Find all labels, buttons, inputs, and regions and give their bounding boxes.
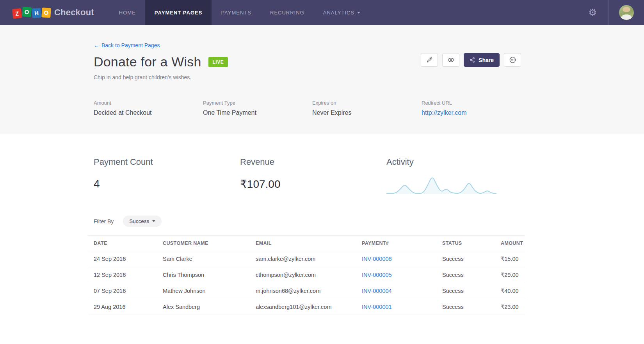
gear-icon[interactable]: ⚙ xyxy=(576,7,608,18)
table-row: 12 Sep 2016 Chris Thompson cthompson@zyl… xyxy=(88,267,525,283)
stat-heading: Activity xyxy=(386,157,533,167)
nav-item-payment-pages[interactable]: PAYMENT PAGES xyxy=(145,0,212,25)
redirect-url-link[interactable]: http://zylker.com xyxy=(422,109,531,116)
logo-tile: O xyxy=(41,7,51,18)
share-label: Share xyxy=(479,57,494,63)
cell-email: alexsandberg101@zylker.com xyxy=(250,299,356,315)
cell-status: Success xyxy=(436,299,495,315)
top-nav: Z O H O Checkout HOME PAYMENT PAGES PAYM… xyxy=(0,0,644,25)
stats-section: Payment Count 4 Revenue ₹107.00 Activity xyxy=(0,134,644,195)
detail-value: Never Expires xyxy=(312,109,422,116)
stat-heading: Revenue xyxy=(240,157,386,167)
status-badge: LIVE xyxy=(208,57,228,67)
page-actions: Share xyxy=(421,53,521,67)
col-header-payment: PAYMENT# xyxy=(356,236,436,251)
zoho-logo-icon: Z O H O xyxy=(12,8,51,18)
logo-tile: O xyxy=(22,7,32,17)
user-menu[interactable] xyxy=(609,5,644,20)
detail-label: Expires on xyxy=(312,100,422,106)
nav-item-analytics[interactable]: ANALYTICS xyxy=(314,0,370,25)
stat-payment-count: Payment Count 4 xyxy=(94,157,240,195)
nav-menu: HOME PAYMENT PAGES PAYMENTS RECURRING AN… xyxy=(110,0,370,25)
nav-item-home[interactable]: HOME xyxy=(110,0,145,25)
detail-label: Redirect URL xyxy=(422,100,531,106)
page-header-section: ← Back to Payment Pages Donate for a Wis… xyxy=(0,25,644,134)
back-arrow-icon: ← xyxy=(94,42,99,48)
pencil-icon xyxy=(426,57,433,63)
more-options-button[interactable] xyxy=(504,53,521,67)
stat-activity: Activity xyxy=(386,157,533,195)
cell-date: 07 Sep 2016 xyxy=(88,283,157,299)
page-details: Amount Decided at Checkout Payment Type … xyxy=(94,100,644,116)
chevron-down-icon xyxy=(152,220,155,222)
detail-label: Payment Type xyxy=(203,100,312,106)
table-row: 24 Sep 2016 Sam Clarke sam.clarke@zylker… xyxy=(88,251,525,267)
cell-status: Success xyxy=(436,251,495,267)
cell-customer-name: Sam Clarke xyxy=(157,251,250,267)
avatar[interactable] xyxy=(619,5,634,20)
preview-button[interactable] xyxy=(442,53,459,67)
cell-amount: ₹15.00 xyxy=(495,251,525,267)
table-header-row: DATE CUSTOMER NAME EMAIL PAYMENT# STATUS… xyxy=(88,236,525,251)
cell-amount: ₹23.00 xyxy=(495,299,525,315)
back-to-payment-pages-link[interactable]: ← Back to Payment Pages xyxy=(94,42,160,48)
filter-row: Filter By Success xyxy=(94,216,644,227)
cell-status: Success xyxy=(436,283,495,299)
detail-label: Amount xyxy=(94,100,203,106)
payment-number-link[interactable]: INV-000008 xyxy=(356,251,436,267)
cell-status: Success xyxy=(436,267,495,283)
payments-table: DATE CUSTOMER NAME EMAIL PAYMENT# STATUS… xyxy=(88,235,525,315)
ellipsis-circle-icon xyxy=(509,56,516,64)
col-header-status: STATUS xyxy=(436,236,495,251)
cell-date: 29 Aug 2016 xyxy=(88,299,157,315)
table-row: 07 Sep 2016 Mathew Johnson m.johnson68@z… xyxy=(88,283,525,299)
revenue-value: ₹107.00 xyxy=(240,178,386,191)
payment-number-link[interactable]: INV-000001 xyxy=(356,299,436,315)
edit-button[interactable] xyxy=(421,53,438,67)
title-row: Donate for a Wish LIVE xyxy=(94,54,644,70)
filter-label: Filter By xyxy=(94,218,114,225)
nav-item-payments[interactable]: PAYMENTS xyxy=(212,0,261,25)
brand-logo[interactable]: Z O H O Checkout xyxy=(0,0,110,25)
nav-item-label: ANALYTICS xyxy=(323,10,354,16)
cell-customer-name: Alex Sandberg xyxy=(157,299,250,315)
share-button[interactable]: Share xyxy=(464,53,500,67)
col-header-email: EMAIL xyxy=(250,236,356,251)
logo-tile: H xyxy=(32,8,41,18)
chevron-down-icon xyxy=(357,12,360,14)
page-title: Donate for a Wish xyxy=(94,54,201,70)
cell-amount: ₹29.00 xyxy=(495,267,525,283)
payment-number-link[interactable]: INV-000005 xyxy=(356,267,436,283)
page-subtitle: Chip in and help grant children's wishes… xyxy=(94,74,644,80)
col-header-customer-name: CUSTOMER NAME xyxy=(157,236,250,251)
col-header-date: DATE xyxy=(88,236,157,251)
table-row: 29 Aug 2016 Alex Sandberg alexsandberg10… xyxy=(88,299,525,315)
cell-customer-name: Mathew Johnson xyxy=(157,283,250,299)
stat-revenue: Revenue ₹107.00 xyxy=(240,157,386,195)
detail-redirect-url: Redirect URL http://zylker.com xyxy=(422,100,531,116)
payment-number-link[interactable]: INV-000004 xyxy=(356,283,436,299)
cell-email: sam.clarke@zylker.com xyxy=(250,251,356,267)
logo-tile: Z xyxy=(12,8,22,18)
detail-value: One Time Payment xyxy=(203,109,312,116)
cell-customer-name: Chris Thompson xyxy=(157,267,250,283)
nav-right: ⚙ xyxy=(576,0,644,25)
filter-status-dropdown[interactable]: Success xyxy=(123,216,162,227)
activity-sparkline xyxy=(386,173,496,195)
cell-date: 12 Sep 2016 xyxy=(88,267,157,283)
cell-date: 24 Sep 2016 xyxy=(88,251,157,267)
back-link-label: Back to Payment Pages xyxy=(101,42,160,48)
detail-amount: Amount Decided at Checkout xyxy=(94,100,203,116)
share-icon xyxy=(470,57,475,63)
payment-count-value: 4 xyxy=(94,178,240,190)
detail-expires-on: Expires on Never Expires xyxy=(312,100,422,116)
filter-selected-value: Success xyxy=(129,218,149,224)
cell-email: cthompson@zylker.com xyxy=(250,267,356,283)
cell-email: m.johnson68@zylker.com xyxy=(250,283,356,299)
detail-payment-type: Payment Type One Time Payment xyxy=(203,100,312,116)
nav-item-recurring[interactable]: RECURRING xyxy=(261,0,314,25)
stat-heading: Payment Count xyxy=(94,157,240,167)
eye-icon xyxy=(447,56,455,64)
cell-amount: ₹40.00 xyxy=(495,283,525,299)
detail-value: Decided at Checkout xyxy=(94,109,203,116)
